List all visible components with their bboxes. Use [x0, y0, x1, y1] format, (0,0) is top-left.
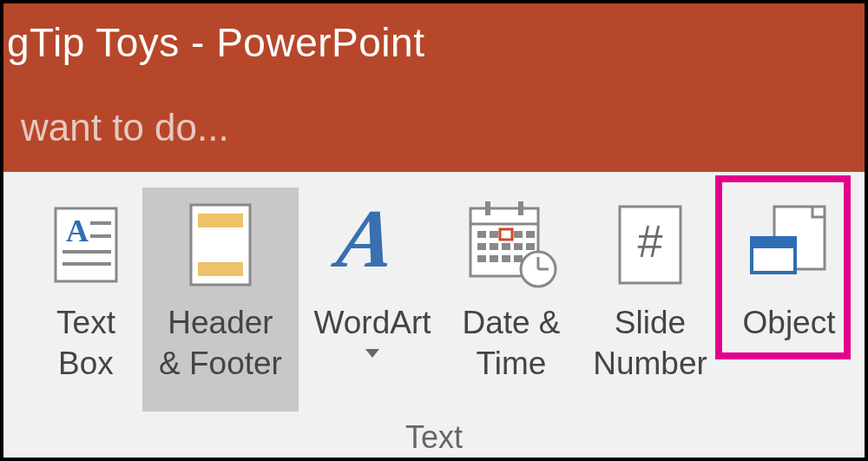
- ribbon-group-text: A Text Box: [3, 188, 865, 413]
- svg-rect-19: [477, 243, 486, 250]
- object-label: Object: [743, 302, 836, 343]
- slide-number-icon: #: [611, 194, 689, 295]
- svg-rect-23: [526, 243, 535, 250]
- svg-rect-18: [526, 231, 535, 238]
- svg-rect-25: [490, 255, 498, 262]
- text-box-button[interactable]: A Text Box: [30, 188, 142, 412]
- svg-rect-22: [514, 243, 523, 250]
- svg-text:#: #: [638, 216, 663, 267]
- svg-rect-26: [502, 255, 510, 262]
- wordart-label: WordArt: [313, 302, 431, 363]
- date-time-icon: [464, 194, 559, 295]
- tell-me-box[interactable]: want to do...: [3, 82, 865, 172]
- svg-rect-24: [477, 255, 486, 262]
- svg-rect-37: [752, 238, 795, 248]
- object-button[interactable]: Object: [724, 188, 854, 412]
- textbox-icon: A: [47, 194, 125, 295]
- app-window: gTip Toys - PowerPoint want to do... A: [0, 0, 868, 461]
- svg-rect-15: [477, 231, 486, 238]
- wordart-icon: A: [320, 194, 424, 295]
- ribbon: A Text Box: [3, 172, 865, 461]
- text-box-label: Text Box: [56, 302, 115, 385]
- slide-number-label: Slide Number: [593, 302, 707, 385]
- object-icon: [743, 194, 835, 295]
- svg-marker-10: [365, 349, 379, 358]
- tell-me-placeholder: want to do...: [21, 106, 229, 149]
- date-time-label: Date & Time: [462, 302, 560, 385]
- svg-rect-21: [502, 243, 510, 250]
- ribbon-group-label: Text: [3, 419, 865, 456]
- wordart-dropdown-icon[interactable]: [313, 345, 431, 362]
- svg-text:A: A: [328, 197, 401, 285]
- slide-number-button[interactable]: # Slide Number: [576, 188, 724, 412]
- header-footer-label: Header & Footer: [159, 302, 282, 385]
- svg-rect-20: [490, 243, 498, 250]
- svg-rect-27: [514, 255, 523, 262]
- header-footer-icon: [184, 194, 257, 295]
- title-bar: gTip Toys - PowerPoint: [3, 3, 865, 82]
- window-title: gTip Toys - PowerPoint: [7, 19, 424, 66]
- svg-rect-7: [198, 214, 243, 227]
- wordart-button[interactable]: A WordArt: [299, 188, 446, 412]
- svg-rect-17: [514, 231, 523, 238]
- svg-rect-16: [490, 231, 498, 238]
- header-footer-button[interactable]: Header & Footer: [142, 188, 299, 412]
- date-time-button[interactable]: Date & Time: [446, 188, 576, 412]
- svg-text:A: A: [66, 214, 89, 248]
- svg-rect-8: [198, 262, 243, 276]
